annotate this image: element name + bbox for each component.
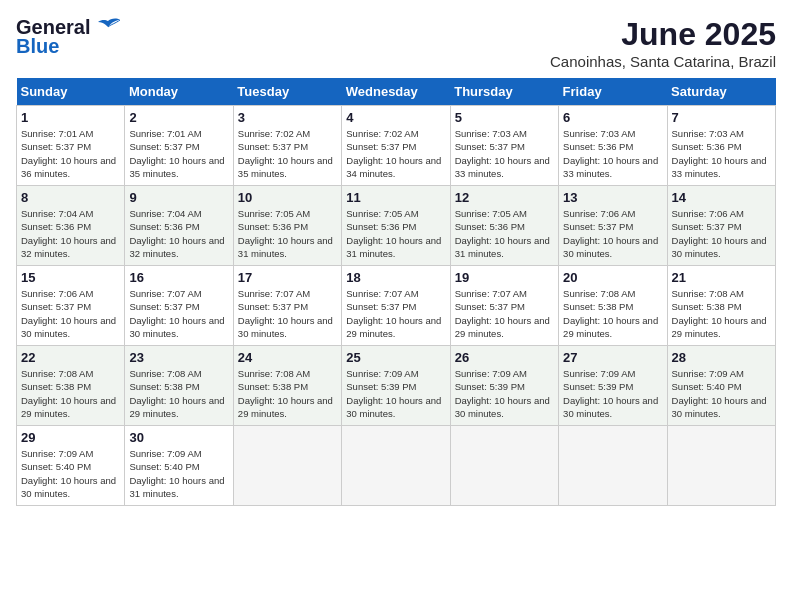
calendar-cell: 21Sunrise: 7:08 AMSunset: 5:38 PMDayligh… [667,266,775,346]
day-number: 2 [129,110,228,125]
day-number: 18 [346,270,445,285]
calendar-table: SundayMondayTuesdayWednesdayThursdayFrid… [16,78,776,506]
logo-blue: Blue [16,35,59,58]
day-info: Sunrise: 7:08 AMSunset: 5:38 PMDaylight:… [21,367,120,420]
day-number: 13 [563,190,662,205]
calendar-cell: 27Sunrise: 7:09 AMSunset: 5:39 PMDayligh… [559,346,667,426]
calendar-cell [667,426,775,506]
day-number: 16 [129,270,228,285]
location-title: Canoinhas, Santa Catarina, Brazil [550,53,776,70]
day-number: 4 [346,110,445,125]
calendar-cell: 14Sunrise: 7:06 AMSunset: 5:37 PMDayligh… [667,186,775,266]
day-header-friday: Friday [559,78,667,106]
day-info: Sunrise: 7:03 AMSunset: 5:36 PMDaylight:… [563,127,662,180]
day-info: Sunrise: 7:04 AMSunset: 5:36 PMDaylight:… [21,207,120,260]
day-header-saturday: Saturday [667,78,775,106]
day-info: Sunrise: 7:09 AMSunset: 5:40 PMDaylight:… [21,447,120,500]
day-number: 14 [672,190,771,205]
title-block: June 2025 Canoinhas, Santa Catarina, Bra… [550,16,776,70]
day-info: Sunrise: 7:09 AMSunset: 5:40 PMDaylight:… [129,447,228,500]
day-info: Sunrise: 7:09 AMSunset: 5:39 PMDaylight:… [455,367,554,420]
calendar-cell [342,426,450,506]
day-header-thursday: Thursday [450,78,558,106]
day-number: 21 [672,270,771,285]
calendar-cell: 25Sunrise: 7:09 AMSunset: 5:39 PMDayligh… [342,346,450,426]
calendar-cell: 12Sunrise: 7:05 AMSunset: 5:36 PMDayligh… [450,186,558,266]
calendar-cell: 8Sunrise: 7:04 AMSunset: 5:36 PMDaylight… [17,186,125,266]
calendar-cell: 19Sunrise: 7:07 AMSunset: 5:37 PMDayligh… [450,266,558,346]
month-title: June 2025 [550,16,776,53]
calendar-cell: 24Sunrise: 7:08 AMSunset: 5:38 PMDayligh… [233,346,341,426]
calendar-cell: 6Sunrise: 7:03 AMSunset: 5:36 PMDaylight… [559,106,667,186]
calendar-cell: 22Sunrise: 7:08 AMSunset: 5:38 PMDayligh… [17,346,125,426]
day-number: 20 [563,270,662,285]
day-number: 15 [21,270,120,285]
calendar-cell: 10Sunrise: 7:05 AMSunset: 5:36 PMDayligh… [233,186,341,266]
calendar-cell: 2Sunrise: 7:01 AMSunset: 5:37 PMDaylight… [125,106,233,186]
day-number: 22 [21,350,120,365]
day-info: Sunrise: 7:05 AMSunset: 5:36 PMDaylight:… [238,207,337,260]
calendar-cell: 1Sunrise: 7:01 AMSunset: 5:37 PMDaylight… [17,106,125,186]
calendar-cell: 30Sunrise: 7:09 AMSunset: 5:40 PMDayligh… [125,426,233,506]
day-number: 8 [21,190,120,205]
day-header-sunday: Sunday [17,78,125,106]
calendar-cell: 9Sunrise: 7:04 AMSunset: 5:36 PMDaylight… [125,186,233,266]
day-info: Sunrise: 7:08 AMSunset: 5:38 PMDaylight:… [563,287,662,340]
page-header: General Blue June 2025 Canoinhas, Santa … [16,16,776,70]
day-info: Sunrise: 7:01 AMSunset: 5:37 PMDaylight:… [21,127,120,180]
day-info: Sunrise: 7:09 AMSunset: 5:39 PMDaylight:… [346,367,445,420]
calendar-cell: 26Sunrise: 7:09 AMSunset: 5:39 PMDayligh… [450,346,558,426]
day-info: Sunrise: 7:05 AMSunset: 5:36 PMDaylight:… [455,207,554,260]
day-number: 23 [129,350,228,365]
day-info: Sunrise: 7:07 AMSunset: 5:37 PMDaylight:… [129,287,228,340]
calendar-cell: 29Sunrise: 7:09 AMSunset: 5:40 PMDayligh… [17,426,125,506]
calendar-cell: 4Sunrise: 7:02 AMSunset: 5:37 PMDaylight… [342,106,450,186]
calendar-week-row: 29Sunrise: 7:09 AMSunset: 5:40 PMDayligh… [17,426,776,506]
day-info: Sunrise: 7:07 AMSunset: 5:37 PMDaylight:… [346,287,445,340]
day-info: Sunrise: 7:01 AMSunset: 5:37 PMDaylight:… [129,127,228,180]
day-info: Sunrise: 7:08 AMSunset: 5:38 PMDaylight:… [238,367,337,420]
calendar-cell: 15Sunrise: 7:06 AMSunset: 5:37 PMDayligh… [17,266,125,346]
day-info: Sunrise: 7:04 AMSunset: 5:36 PMDaylight:… [129,207,228,260]
calendar-cell: 13Sunrise: 7:06 AMSunset: 5:37 PMDayligh… [559,186,667,266]
calendar-cell: 3Sunrise: 7:02 AMSunset: 5:37 PMDaylight… [233,106,341,186]
calendar-cell: 23Sunrise: 7:08 AMSunset: 5:38 PMDayligh… [125,346,233,426]
day-header-tuesday: Tuesday [233,78,341,106]
day-number: 24 [238,350,337,365]
calendar-week-row: 8Sunrise: 7:04 AMSunset: 5:36 PMDaylight… [17,186,776,266]
day-info: Sunrise: 7:02 AMSunset: 5:37 PMDaylight:… [346,127,445,180]
day-header-wednesday: Wednesday [342,78,450,106]
day-info: Sunrise: 7:06 AMSunset: 5:37 PMDaylight:… [672,207,771,260]
day-info: Sunrise: 7:03 AMSunset: 5:36 PMDaylight:… [672,127,771,180]
day-info: Sunrise: 7:07 AMSunset: 5:37 PMDaylight:… [455,287,554,340]
calendar-cell: 5Sunrise: 7:03 AMSunset: 5:37 PMDaylight… [450,106,558,186]
calendar-cell [450,426,558,506]
day-number: 3 [238,110,337,125]
calendar-cell [233,426,341,506]
day-number: 5 [455,110,554,125]
calendar-cell: 17Sunrise: 7:07 AMSunset: 5:37 PMDayligh… [233,266,341,346]
day-number: 29 [21,430,120,445]
day-info: Sunrise: 7:03 AMSunset: 5:37 PMDaylight:… [455,127,554,180]
day-info: Sunrise: 7:09 AMSunset: 5:40 PMDaylight:… [672,367,771,420]
calendar-cell: 18Sunrise: 7:07 AMSunset: 5:37 PMDayligh… [342,266,450,346]
day-number: 9 [129,190,228,205]
day-number: 27 [563,350,662,365]
calendar-week-row: 15Sunrise: 7:06 AMSunset: 5:37 PMDayligh… [17,266,776,346]
day-number: 7 [672,110,771,125]
day-number: 6 [563,110,662,125]
day-number: 11 [346,190,445,205]
calendar-cell: 16Sunrise: 7:07 AMSunset: 5:37 PMDayligh… [125,266,233,346]
day-number: 25 [346,350,445,365]
day-info: Sunrise: 7:08 AMSunset: 5:38 PMDaylight:… [672,287,771,340]
calendar-week-row: 22Sunrise: 7:08 AMSunset: 5:38 PMDayligh… [17,346,776,426]
day-info: Sunrise: 7:06 AMSunset: 5:37 PMDaylight:… [21,287,120,340]
calendar-cell: 28Sunrise: 7:09 AMSunset: 5:40 PMDayligh… [667,346,775,426]
day-info: Sunrise: 7:07 AMSunset: 5:37 PMDaylight:… [238,287,337,340]
day-info: Sunrise: 7:09 AMSunset: 5:39 PMDaylight:… [563,367,662,420]
day-number: 28 [672,350,771,365]
calendar-header-row: SundayMondayTuesdayWednesdayThursdayFrid… [17,78,776,106]
day-number: 19 [455,270,554,285]
logo: General Blue [16,16,122,58]
calendar-cell [559,426,667,506]
